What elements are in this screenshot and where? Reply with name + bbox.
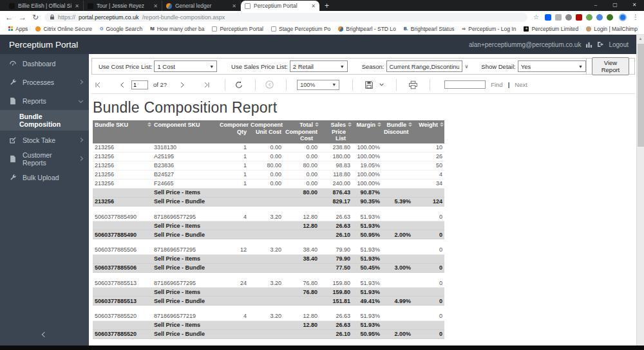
combo-chevron-icon[interactable]: ∨ [465,64,469,69]
season-combobox[interactable]: Current Range,Discontinued Produ [386,60,462,72]
sidebar-item-bundle-composition[interactable]: Bundle Composition [0,110,89,131]
sort-icon[interactable] [348,122,352,127]
scrollbar-thumb[interactable] [638,44,644,147]
table-cell: 0.00 [249,170,283,179]
show-detail-select[interactable]: Yes▼ [518,60,586,72]
table-cell [218,221,249,230]
bookmark-perceptium-portal[interactable]: Perceptium Portal [209,26,266,32]
tab-close-icon[interactable]: ✕ [153,3,158,9]
sidebar-item-stock-take[interactable]: Stock Take [0,131,89,149]
bookmark-apps[interactable]: Apps [5,26,30,32]
new-tab-button[interactable]: + [325,1,329,11]
bookmark-brightpearl-std[interactable]: Brightpearl - STD Lo [336,26,398,32]
table-cell: 50 [413,161,444,170]
sort-icon[interactable] [147,122,151,127]
column-header[interactable]: Total Component Cost [283,120,319,143]
tab-billie-eilish[interactable]: Billie Eilish | Official Site ✕ [5,1,84,11]
column-header[interactable]: Bundle Discount [382,120,413,143]
last-page-icon[interactable] [203,81,211,89]
tab-perceptium-portal[interactable]: Perceptium Portal ✕ [241,1,319,11]
table-row: Sell Price - Items12.8026.6351.93% [93,221,444,230]
bookmark-mailchimp[interactable]: Login | MailChimp [583,26,640,32]
dropbox-extension-icon[interactable] [545,14,551,21]
back-icon[interactable]: ← [5,14,13,21]
cost-price-list-select[interactable]: 1 Cost▼ [154,60,217,72]
sidebar-item-processes[interactable]: Processes [0,73,89,91]
tab-general-ledger[interactable]: General ledger ✕ [162,1,241,11]
logout-icon[interactable] [597,41,604,48]
box-extension-icon[interactable] [565,14,572,21]
forward-icon[interactable]: → [19,14,26,21]
profile-avatar[interactable] [619,14,627,21]
sidebar-item-customer-reports[interactable]: Customer Reports [0,149,89,168]
table-cell [249,230,283,239]
sidebar-item-reports[interactable]: Reports [0,91,89,110]
column-header[interactable]: Sales Price List [319,120,352,143]
bookmark-how-many[interactable]: fdHow many other ba [147,26,207,32]
next-page-icon[interactable] [178,81,186,89]
table-cell: 0 [413,279,444,288]
column-header[interactable]: Weight [413,120,444,143]
export-save-icon[interactable] [365,80,374,89]
gray-extension-icon[interactable] [555,14,562,21]
back-to-parent-icon[interactable] [265,80,274,89]
print-icon[interactable] [408,80,418,89]
table-cell: 180.00 [319,152,352,161]
sidebar-item-bulk-upload[interactable]: Bulk Upload [0,168,89,187]
logout-link[interactable]: Logout [609,41,629,48]
tab-close-icon[interactable]: ✕ [232,3,236,9]
green-extension-icon[interactable] [607,14,613,21]
sales-price-list-select[interactable]: 2 Retail▼ [290,60,348,72]
view-report-button[interactable]: View Report [592,57,629,75]
close-icon[interactable]: ✕ [625,0,644,10]
sidebar-collapse-button[interactable] [0,327,89,339]
bookmarks-bar: Apps Citrix Online Secure GGoogle Search… [0,23,644,35]
tab-jessie-reyez[interactable]: Tour | Jessie Reyez ✕ [84,1,162,11]
bar-chart-icon[interactable] [585,41,592,48]
maximize-icon[interactable]: ▢ [605,0,625,10]
find-next-button[interactable]: Next [515,81,527,88]
table-cell [218,263,249,272]
chrome-menu-icon[interactable]: ⋮ [632,14,639,21]
tab-close-icon[interactable]: ✕ [75,3,79,9]
column-header[interactable]: Bundle SKU [93,120,152,143]
previous-page-icon[interactable] [118,81,126,89]
table-cell [382,179,413,188]
bookmark-star-icon[interactable]: ☆ [533,14,539,21]
reload-icon[interactable]: ↻ [32,14,39,21]
sort-icon[interactable] [377,122,381,127]
blue-extension-icon[interactable] [596,14,603,21]
bookmark-perceptium-login[interactable]: ⇨Perceptium - Log In [459,26,518,32]
bookmark-brightpearl-status[interactable]: B.Brightpearl Status [401,26,457,32]
adobe-extension-icon[interactable] [576,14,582,21]
table-cell: 213256 [93,179,152,188]
zoom-select[interactable]: 100%▼ [297,80,339,90]
minimize-icon[interactable]: – [586,0,605,10]
url-path: /report-bundle-composition.aspx [142,14,225,21]
bookmark-citrix[interactable]: Citrix Online Secure [33,26,95,32]
bookmark-google-search[interactable]: GGoogle Search [97,26,145,32]
table-cell [382,170,413,179]
sort-icon[interactable] [408,122,412,127]
lastpass-key-extension-icon[interactable] [586,14,592,21]
table-row [93,306,444,312]
table-cell [382,279,413,288]
page-scrollbar[interactable]: ▲ [636,35,644,345]
tab-close-icon[interactable]: ✕ [311,3,316,9]
bookmark-stage-perceptium[interactable]: Stage Perceptium Po [269,26,333,32]
scrollbar-up-icon[interactable]: ▲ [637,35,644,42]
first-page-icon[interactable] [94,81,102,89]
find-button[interactable]: Find [491,81,502,88]
sidebar-item-dashboard[interactable]: Dashboard [0,54,89,73]
sort-icon[interactable] [315,122,319,127]
page-number-input[interactable] [131,80,148,89]
table-cell [413,221,444,230]
table-cell: 159.80 [319,288,352,297]
refresh-icon[interactable] [234,80,243,89]
sort-icon[interactable] [440,122,444,127]
export-dropdown-icon[interactable] [379,82,384,88]
address-bar[interactable]: https://portal.perceptium.co.uk/report-b… [44,13,527,22]
bookmark-perceptium-limited[interactable]: +Perceptium Limited [521,26,581,32]
column-header[interactable]: Margin [352,120,382,143]
find-text-input[interactable] [444,80,486,89]
